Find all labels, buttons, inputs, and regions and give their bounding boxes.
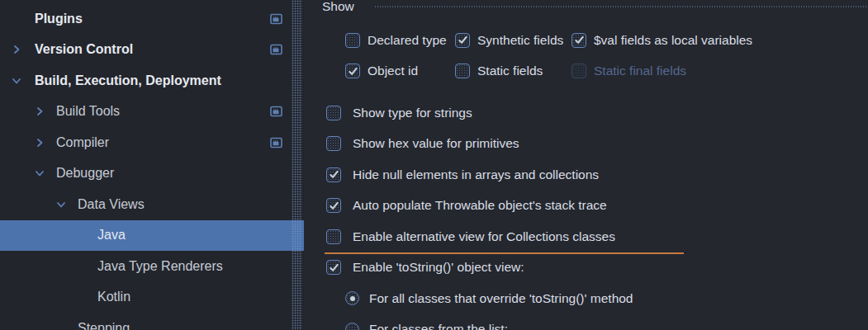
option-synthetic-fields[interactable]: Synthetic fields [455,33,572,48]
sidebar-item-label: Compiler [56,135,109,150]
option-label: Enable 'toString()' object view: [353,260,524,275]
checkbox-checked-icon[interactable] [326,198,341,213]
radio-selected-icon[interactable] [345,291,359,305]
sidebar-item-label: Build, Execution, Deployment [35,73,221,88]
sidebar-item-label: Kotlin [97,290,130,304]
option-show-type-for-strings[interactable]: Show type for strings [326,97,868,129]
grid-row: Object id Static fields Static final fie… [345,56,868,87]
sidebar-item-stepping[interactable]: Stepping [0,313,304,330]
option-show-hex-value[interactable]: Show hex value for primitives [326,129,868,160]
configurable-window-icon [269,12,283,26]
sidebar-item-label: Debugger [56,166,114,181]
chevron-down-icon[interactable] [12,76,35,86]
option-label: Show hex value for primitives [353,136,519,151]
group-title: Show [322,0,354,14]
checkbox-checked-icon[interactable] [326,167,341,182]
option-label: $val fields as local variables [594,33,752,48]
option-label: Enable alternative view for Collections … [353,229,615,244]
sidebar-item-compiler[interactable]: Compiler [0,127,304,158]
option-enable-alternative-view[interactable]: Enable alternative view for Collections … [326,221,868,252]
sidebar-item-label: Version Control [35,42,133,57]
settings-window: Plugins Version Control Build, Execution… [0,0,868,330]
checkbox-unchecked-icon[interactable] [326,136,341,151]
sidebar-item-label: Data Views [78,197,145,212]
chevron-down-icon[interactable] [56,200,78,210]
option-label: Auto populate Throwable object's stack t… [353,198,607,213]
sidebar-scrollbar[interactable] [292,0,302,330]
option-object-id[interactable]: Object id [345,64,455,78]
radio-classes-from-list[interactable]: For classes from the list: [345,314,868,330]
radio-unselected-icon[interactable] [345,323,359,330]
radio-dot [350,296,355,301]
chevron-right-icon[interactable] [35,138,56,148]
option-static-fields[interactable]: Static fields [455,64,572,78]
sidebar-item-kotlin[interactable]: Kotlin [0,282,304,314]
sidebar-item-java-selected[interactable]: Java [0,220,304,252]
sidebar-item-label: Plugins [35,12,83,26]
option-label: Static fields [477,64,543,78]
sidebar-item-java-type-renderers[interactable]: Java Type Renderers [0,251,304,282]
checkbox-checked-icon[interactable] [572,33,586,48]
sidebar-item-plugins[interactable]: Plugins [0,3,304,35]
sidebar-item-build-execution-deployment[interactable]: Build, Execution, Deployment [0,65,304,97]
sidebar-item-data-views[interactable]: Data Views [0,189,304,220]
sidebar-item-version-control[interactable]: Version Control [0,35,304,66]
option-label: Static final fields [594,64,686,78]
checkbox-unchecked-icon[interactable] [326,106,341,120]
option-auto-populate-stack-trace[interactable]: Auto populate Throwable object's stack t… [326,191,868,222]
checkbox-unchecked-icon[interactable] [345,33,360,48]
settings-tree-sidebar: Plugins Version Control Build, Execution… [0,0,304,330]
checkbox-checked-icon[interactable] [345,64,360,78]
checkbox-unchecked-icon[interactable] [455,64,470,78]
option-static-final-fields-disabled: Static final fields [572,64,868,78]
option-label: For all classes that override 'toString(… [369,291,633,306]
checkbox-checked-icon[interactable] [326,260,341,275]
option-label: Hide null elements in arrays and collect… [353,167,599,182]
option-label: Synthetic fields [477,33,563,48]
checkbox-disabled-icon [572,64,586,78]
grid-row: Declared type Synthetic fields $val fiel… [345,25,868,56]
option-label: For classes from the list: [369,322,508,330]
sidebar-item-label: Stepping [78,321,130,330]
configurable-window-icon [269,105,283,118]
debugger-options-list: Show type for strings Show hex value for… [326,97,868,283]
chevron-right-icon[interactable] [12,45,35,54]
settings-content-panel: Show Declared type Synthetic fields $val… [304,0,868,330]
option-hide-null-elements[interactable]: Hide null elements in arrays and collect… [326,159,868,191]
sidebar-item-debugger[interactable]: Debugger [0,158,304,190]
group-separator-line [374,6,868,7]
sidebar-item-label: Java Type Renderers [97,259,223,274]
checkbox-unchecked-icon[interactable] [326,229,341,244]
chevron-right-icon[interactable] [35,106,56,116]
show-options-grid: Declared type Synthetic fields $val fiel… [345,25,868,87]
configurable-window-icon [269,43,283,56]
option-val-fields-local-variables[interactable]: $val fields as local variables [572,33,868,48]
checkbox-checked-icon[interactable] [455,33,470,48]
tostring-radio-group: For all classes that override 'toString(… [345,283,868,330]
sidebar-item-label: Build Tools [56,104,120,119]
option-enable-tostring-view[interactable]: Enable 'toString()' object view: [326,252,868,284]
sidebar-item-build-tools[interactable]: Build Tools [0,97,304,128]
show-group-header: Show [322,0,868,14]
option-label: Declared type [368,33,447,48]
radio-all-classes-override[interactable]: For all classes that override 'toString(… [345,283,868,314]
chevron-down-icon[interactable] [35,168,56,178]
configurable-window-icon [269,136,283,149]
option-label: Show type for strings [353,106,472,120]
option-declared-type[interactable]: Declared type [345,33,455,48]
sidebar-item-label: Java [97,228,126,243]
option-label: Object id [368,64,418,78]
